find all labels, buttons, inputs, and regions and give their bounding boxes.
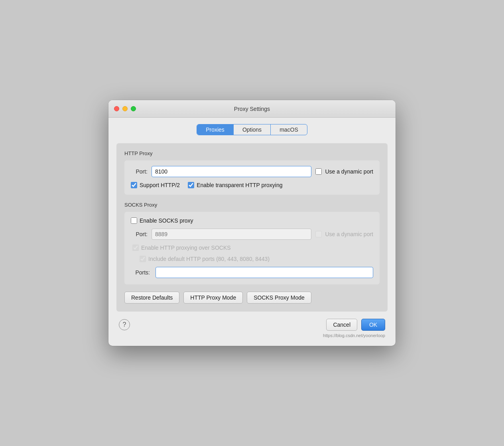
socks-http-over-label: Enable HTTP proxying over SOCKS <box>141 245 231 251</box>
socks-proxy-label: SOCKS Proxy <box>124 202 380 208</box>
titlebar: Proxy Settings <box>108 100 396 118</box>
http-proxy-box: Port: Use a dynamic port Support HTTP/2 <box>124 160 380 195</box>
socks-enable-wrapper: Enable SOCKS proxy <box>131 217 193 224</box>
http-proxy-label: HTTP Proxy <box>124 150 380 156</box>
http-checkboxes-row: Support HTTP/2 Enable transparent HTTP p… <box>131 182 373 188</box>
help-button[interactable]: ? <box>119 319 130 330</box>
bottom-buttons: Restore Defaults HTTP Proxy Mode SOCKS P… <box>124 292 380 304</box>
footer-actions: Cancel OK <box>326 319 385 331</box>
socks-ports-input[interactable] <box>156 267 373 278</box>
socks-http-over-row: Enable HTTP proxying over SOCKS <box>131 245 373 251</box>
tab-macos[interactable]: macOS <box>270 124 307 135</box>
window-body: Proxies Options macOS HTTP Proxy Port: U… <box>108 118 396 346</box>
socks-dynamic-port-wrapper: Use a dynamic port <box>315 231 373 237</box>
maximize-button[interactable] <box>131 106 136 111</box>
socks-port-input[interactable] <box>152 229 311 240</box>
socks-port-label: Port: <box>131 231 148 237</box>
proxy-settings-window: Proxy Settings Proxies Options macOS HTT… <box>108 100 396 346</box>
cancel-button[interactable]: Cancel <box>326 319 357 331</box>
tabs: Proxies Options macOS <box>197 124 307 135</box>
socks-dynamic-port-checkbox[interactable] <box>315 231 322 237</box>
close-button[interactable] <box>114 106 119 111</box>
socks-enable-checkbox[interactable] <box>131 217 137 224</box>
socks-include-ports-row: Include default HTTP ports (80, 443, 808… <box>131 256 373 262</box>
socks-include-ports-label: Include default HTTP ports (80, 443, 808… <box>148 256 270 262</box>
http-dynamic-port-wrapper: Use a dynamic port <box>315 168 373 175</box>
window-title: Proxy Settings <box>234 106 270 112</box>
socks-http-over-checkbox[interactable] <box>132 245 139 251</box>
ok-button[interactable]: OK <box>361 319 385 331</box>
main-content: HTTP Proxy Port: Use a dynamic port Supp… <box>116 143 388 312</box>
http-port-input[interactable] <box>152 166 311 177</box>
http-dynamic-port-checkbox[interactable] <box>315 168 322 175</box>
socks-proxy-mode-button[interactable]: SOCKS Proxy Mode <box>247 292 311 304</box>
minimize-button[interactable] <box>122 106 128 111</box>
http-proxy-mode-button[interactable]: HTTP Proxy Mode <box>183 292 243 304</box>
socks-enable-label: Enable SOCKS proxy <box>140 217 193 224</box>
socks-port-row: Port: Use a dynamic port <box>131 229 373 240</box>
socks-proxy-box: Enable SOCKS proxy Port: Use a dynamic p… <box>124 212 380 284</box>
socks-ports-row: Ports: <box>131 267 373 278</box>
socks-include-ports-wrapper: Include default HTTP ports (80, 443, 808… <box>140 256 270 262</box>
tab-options[interactable]: Options <box>233 124 270 135</box>
socks-enable-row: Enable SOCKS proxy <box>131 217 373 224</box>
url-text: https://blog.csdn.net/yoonerloop <box>116 333 388 338</box>
restore-defaults-button[interactable]: Restore Defaults <box>124 292 179 304</box>
http-port-label: Port: <box>131 168 148 175</box>
http-enable-transparent-label: Enable transparent HTTP proxying <box>197 182 282 188</box>
http-enable-transparent-wrapper: Enable transparent HTTP proxying <box>188 182 282 188</box>
http-dynamic-port-label: Use a dynamic port <box>325 168 373 175</box>
http-support-http2-wrapper: Support HTTP/2 <box>131 182 180 188</box>
traffic-lights <box>114 106 136 111</box>
socks-dynamic-port-label: Use a dynamic port <box>325 231 373 237</box>
http-support-http2-label: Support HTTP/2 <box>140 182 180 188</box>
socks-include-ports-checkbox[interactable] <box>140 256 146 262</box>
socks-http-over-wrapper: Enable HTTP proxying over SOCKS <box>132 245 231 251</box>
tab-proxies[interactable]: Proxies <box>197 124 233 135</box>
socks-ports-label: Ports: <box>131 269 150 276</box>
http-support-http2-checkbox[interactable] <box>131 182 137 188</box>
http-enable-transparent-checkbox[interactable] <box>188 182 194 188</box>
http-port-row: Port: Use a dynamic port <box>131 166 373 177</box>
tabs-container: Proxies Options macOS <box>116 124 388 135</box>
footer: ? Cancel OK <box>116 319 388 331</box>
